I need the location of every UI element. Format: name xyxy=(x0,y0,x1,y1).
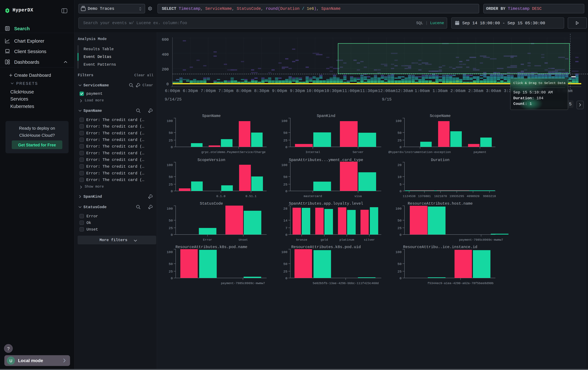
svg-text:0: 0 xyxy=(167,82,169,86)
svg-text:25: 25 xyxy=(283,183,287,186)
svg-text:9:30pm: 9:30pm xyxy=(290,89,305,93)
svg-text:25: 25 xyxy=(398,270,401,273)
svg-text:Error: Error xyxy=(203,238,212,242)
svg-text:9:00pm: 9:00pm xyxy=(272,89,287,93)
svg-text:9/14/25: 9/14/25 xyxy=(165,97,182,102)
svg-text:100: 100 xyxy=(281,163,287,167)
svg-text:25: 25 xyxy=(169,226,173,230)
svg-text:100: 100 xyxy=(395,207,401,210)
svg-text:SpanName: SpanName xyxy=(202,114,220,118)
svg-text:50: 50 xyxy=(283,131,287,135)
svg-text:1:00am: 1:00am xyxy=(415,89,430,93)
svg-text:25: 25 xyxy=(169,270,173,273)
svg-text:50: 50 xyxy=(169,219,173,222)
svg-text:5e02b5fb-13ae-4296-bbbc-111f42: 5e02b5fb-13ae-4296-bbbc-111f423c460d xyxy=(313,281,379,285)
svg-text:SpanKind: SpanKind xyxy=(317,114,335,118)
svg-text:10: 10 xyxy=(398,175,401,179)
svg-text:14: 14 xyxy=(283,219,287,222)
svg-text:0: 0 xyxy=(285,145,287,149)
svg-text:ResourceAttributes.k8s.pod.nam: ResourceAttributes.k8s.pod.name xyxy=(176,245,247,249)
svg-text:Internal: Internal xyxy=(305,150,320,154)
svg-text:600: 600 xyxy=(162,38,169,42)
svg-text:50: 50 xyxy=(169,175,173,179)
svg-text:28: 28 xyxy=(283,207,287,210)
svg-text:Duration: Duration xyxy=(431,158,449,162)
svg-text:0: 0 xyxy=(171,145,173,149)
svg-text:3:00am: 3:00am xyxy=(486,89,501,93)
svg-text:@hyperdx/instrumentation-excep: @hyperdx/instrumentation-exception xyxy=(388,150,451,154)
svg-text:25: 25 xyxy=(283,139,287,142)
svg-text:25: 25 xyxy=(169,183,173,186)
svg-text:SpanAttributes.app.loyalty.lev: SpanAttributes.app.loyalty.level xyxy=(289,201,363,206)
svg-text:25: 25 xyxy=(398,226,401,230)
svg-text:50: 50 xyxy=(398,219,401,222)
svg-text:ResourceAttributes.k8s.pod.uid: ResourceAttributes.k8s.pod.uid xyxy=(291,245,361,249)
svg-text:f5344ec9-a1ea-4290-a62a-78f5be: f5344ec9-a1ea-4290-a62a-78f5bee8d90b xyxy=(428,281,494,285)
svg-text:4090920: 4090920 xyxy=(467,194,480,198)
svg-text:payment-7985c8969c-mwmw7: payment-7985c8969c-mwmw7 xyxy=(459,238,503,242)
svg-text:10:00pm: 10:00pm xyxy=(306,89,324,93)
svg-text:50: 50 xyxy=(169,262,173,266)
svg-text:gold: gold xyxy=(321,238,328,242)
svg-text:400: 400 xyxy=(162,52,169,57)
svg-text:grpc.oteldemo.PaymentService/C: grpc.oteldemo.PaymentService/Charge xyxy=(201,150,265,154)
svg-text:25: 25 xyxy=(398,139,401,142)
svg-text:12:30am: 12:30am xyxy=(395,89,413,93)
svg-text:2:00am: 2:00am xyxy=(450,89,465,93)
svg-text:Unset: Unset xyxy=(239,238,248,242)
svg-text:1124538: 1124538 xyxy=(403,194,416,198)
svg-text:ScopeName: ScopeName xyxy=(430,114,451,118)
svg-text:0.1.0: 0.1.0 xyxy=(216,194,225,198)
svg-text:0: 0 xyxy=(399,233,401,237)
svg-text:0.51.1: 0.51.1 xyxy=(246,194,256,198)
svg-text:50: 50 xyxy=(283,175,287,179)
svg-text:0: 0 xyxy=(285,277,287,280)
svg-text:100: 100 xyxy=(167,119,173,123)
svg-text:mastercard: mastercard xyxy=(304,194,322,198)
svg-text:7:30pm: 7:30pm xyxy=(218,89,233,93)
svg-text:100: 100 xyxy=(281,250,287,254)
svg-text:7: 7 xyxy=(285,226,287,230)
svg-text:1621070: 1621070 xyxy=(434,194,447,198)
svg-text:25: 25 xyxy=(169,139,173,142)
svg-text:5: 5 xyxy=(399,183,401,186)
svg-text:ResourceAttributes.host.name: ResourceAttributes.host.name xyxy=(408,201,472,206)
svg-text:12:00am: 12:00am xyxy=(378,89,395,93)
svg-text:50: 50 xyxy=(169,131,173,135)
svg-text:6:00pm: 6:00pm xyxy=(165,89,180,93)
svg-text:100: 100 xyxy=(167,250,173,254)
svg-text:0: 0 xyxy=(171,277,173,280)
svg-text:0: 0 xyxy=(285,190,287,193)
svg-text:9983218: 9983218 xyxy=(483,194,496,198)
svg-text:50: 50 xyxy=(283,262,287,266)
svg-text:0: 0 xyxy=(171,233,173,237)
svg-text:8:30pm: 8:30pm xyxy=(254,89,269,93)
svg-text:0: 0 xyxy=(285,233,287,237)
svg-text:11:30pm: 11:30pm xyxy=(360,89,378,93)
svg-text:200: 200 xyxy=(162,67,169,72)
svg-text:payment-7985c8969c-mwmw7: payment-7985c8969c-mwmw7 xyxy=(221,281,265,285)
svg-text:8:00pm: 8:00pm xyxy=(236,89,251,93)
svg-text:bronze: bronze xyxy=(296,238,307,242)
svg-text:50: 50 xyxy=(398,262,401,266)
svg-text:SpanAttributes...yment.card_ty: SpanAttributes...yment.card_type xyxy=(289,158,363,162)
svg-text:ScopeVersion: ScopeVersion xyxy=(198,158,225,162)
svg-text:10:30pm: 10:30pm xyxy=(324,89,342,93)
svg-text:19935295: 19935295 xyxy=(449,194,464,198)
svg-text:20: 20 xyxy=(398,163,401,167)
svg-text:100: 100 xyxy=(167,207,173,210)
svg-text:25: 25 xyxy=(283,270,287,273)
svg-text:0: 0 xyxy=(171,190,173,193)
svg-text:ResourceAttribu..ice.instance.: ResourceAttribu..ice.instance.id xyxy=(403,245,477,249)
svg-text:6:30pm: 6:30pm xyxy=(183,89,198,93)
svg-text:0: 0 xyxy=(399,190,401,193)
svg-text:7:00pm: 7:00pm xyxy=(201,89,216,93)
svg-text:100: 100 xyxy=(167,163,173,167)
svg-text:platinum: platinum xyxy=(339,238,354,242)
svg-text:silver: silver xyxy=(364,238,375,242)
svg-text:1:30am: 1:30am xyxy=(432,89,448,93)
svg-text:9/15: 9/15 xyxy=(382,97,392,102)
svg-text:50: 50 xyxy=(398,131,401,135)
svg-text:100: 100 xyxy=(395,250,401,254)
svg-text:2:30am: 2:30am xyxy=(468,89,483,93)
